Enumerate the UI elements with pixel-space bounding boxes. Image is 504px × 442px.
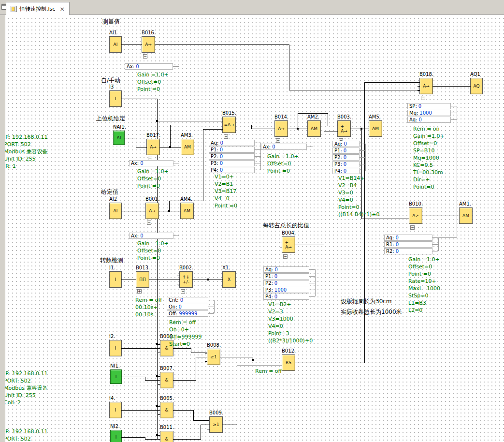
logic-block-I4[interactable]: I — [109, 402, 122, 418]
logic-block-X1[interactable]: X — [222, 271, 236, 288]
param-box[interactable]: Ax:0 — [261, 144, 307, 150]
output-pin[interactable] — [173, 380, 175, 381]
input-pin[interactable] — [220, 121, 223, 121]
logic-block-AM5[interactable]: AM — [369, 120, 382, 137]
input-pin[interactable] — [158, 384, 160, 385]
input-pin[interactable] — [158, 380, 160, 381]
logic-block-I1[interactable]: I — [109, 271, 122, 288]
input-pin[interactable] — [335, 126, 338, 126]
input-pin[interactable] — [280, 248, 282, 248]
input-pin[interactable] — [280, 366, 282, 366]
logic-block-B007[interactable]: & — [160, 372, 173, 388]
tab-close-icon[interactable]: × — [59, 6, 65, 12]
input-pin[interactable] — [158, 406, 160, 407]
logic-block-AM4[interactable]: AM — [180, 203, 194, 219]
document-tab[interactable]: 恒转速控制.lsc × — [6, 2, 70, 15]
input-pin[interactable] — [134, 280, 136, 280]
input-pin[interactable] — [407, 213, 409, 213]
logic-block-B015[interactable]: ≡A→ — [222, 117, 236, 133]
logic-block-AM3[interactable]: AM — [181, 139, 194, 155]
logic-block-B011[interactable]: & — [160, 431, 173, 442]
output-pin[interactable] — [121, 44, 124, 45]
param-box[interactable]: Aq:0 — [384, 235, 432, 241]
output-pin[interactable] — [295, 245, 297, 245]
collapse-toggle[interactable]: − — [224, 134, 228, 139]
input-pin[interactable] — [158, 414, 160, 415]
input-pin[interactable] — [179, 147, 181, 147]
input-pin[interactable] — [158, 410, 160, 411]
output-pin[interactable] — [192, 280, 195, 280]
param-box[interactable]: SP:0 — [407, 103, 451, 109]
input-pin[interactable] — [158, 353, 160, 353]
logic-block-AQ1[interactable]: AQ — [470, 78, 483, 94]
input-pin[interactable] — [177, 280, 180, 280]
output-pin[interactable] — [422, 216, 424, 216]
collapse-toggle[interactable]: − — [421, 96, 425, 100]
input-pin[interactable] — [158, 344, 160, 345]
param-box[interactable]: P2:0 — [263, 280, 309, 286]
output-pin[interactable] — [121, 410, 124, 411]
collapse-toggle[interactable]: − — [181, 289, 185, 294]
logic-block-AI2[interactable]: AI — [109, 203, 122, 219]
output-pin[interactable] — [159, 147, 162, 147]
param-box[interactable]: P4:0 — [209, 167, 255, 173]
logic-block-AM1[interactable]: AM — [459, 207, 473, 224]
input-pin[interactable] — [335, 132, 338, 132]
output-pin[interactable] — [121, 211, 124, 211]
logic-block-B001[interactable]: A→ — [145, 203, 159, 219]
logic-block-AI1[interactable]: AI — [109, 36, 122, 53]
param-box[interactable]: Mq:1000 — [407, 110, 451, 116]
param-box[interactable]: P2:0 — [209, 153, 255, 160]
output-pin[interactable] — [235, 125, 238, 125]
output-pin[interactable] — [288, 129, 290, 129]
input-pin[interactable] — [178, 211, 181, 211]
logic-block-B010[interactable]: A↗ — [409, 207, 422, 224]
logic-block-B003[interactable]: += A→ — [337, 120, 351, 137]
param-box[interactable]: R2:0 — [384, 248, 432, 254]
logic-block-B013[interactable]: ΠΠ — [136, 271, 149, 288]
collapse-toggle[interactable]: − — [143, 54, 147, 59]
output-pin[interactable] — [155, 44, 157, 45]
output-pin[interactable] — [121, 377, 124, 377]
output-pin[interactable] — [220, 357, 222, 357]
collapse-toggle[interactable]: + — [137, 289, 142, 294]
input-pin[interactable] — [280, 360, 282, 360]
input-pin[interactable] — [177, 276, 180, 276]
param-box[interactable]: Ax:0 — [129, 160, 173, 166]
diagram-canvas[interactable]: AIAI1A→B016.−II3AINAI1.A→B017.−AMAM3.AIA… — [0, 0, 504, 442]
logic-block-B014[interactable]: A→ — [274, 120, 288, 137]
param-box[interactable]: Aq:0 — [209, 140, 255, 146]
logic-block-I3[interactable]: I — [109, 90, 122, 107]
input-pin[interactable] — [158, 435, 160, 436]
output-pin[interactable] — [158, 211, 161, 211]
input-pin[interactable] — [220, 280, 223, 280]
logic-block-NAI1[interactable]: AI — [113, 131, 125, 145]
output-pin[interactable] — [121, 280, 124, 280]
param-box[interactable]: P3:0 — [332, 161, 360, 167]
param-box[interactable]: Aq:0 — [332, 141, 360, 147]
param-box[interactable]: Cnt:0 — [167, 297, 208, 303]
input-pin[interactable] — [220, 125, 223, 125]
input-pin[interactable] — [207, 425, 210, 425]
param-box[interactable]: P1:0 — [263, 273, 309, 280]
logic-block-I2[interactable]: I — [109, 340, 122, 356]
input-pin[interactable] — [207, 421, 210, 421]
input-pin[interactable] — [367, 129, 369, 129]
input-pin[interactable] — [418, 86, 420, 87]
input-pin[interactable] — [144, 211, 146, 211]
param-box[interactable]: P1:0 — [332, 147, 360, 154]
input-pin[interactable] — [407, 219, 409, 219]
collapse-toggle[interactable]: − — [276, 138, 280, 143]
input-pin[interactable] — [418, 82, 420, 83]
param-box[interactable]: P2:0 — [332, 154, 360, 161]
logic-block-B002[interactable]: ↑↓ +/- — [179, 271, 193, 288]
output-pin[interactable] — [149, 280, 151, 280]
logic-block-B005[interactable]: & — [160, 402, 173, 418]
input-pin[interactable] — [158, 439, 160, 440]
input-pin[interactable] — [418, 90, 420, 91]
output-pin[interactable] — [173, 439, 175, 440]
param-box[interactable]: Off:999999 — [167, 310, 208, 317]
output-pin[interactable] — [121, 437, 124, 438]
output-pin[interactable] — [350, 129, 353, 129]
param-box[interactable]: P3:1000 — [263, 287, 309, 293]
